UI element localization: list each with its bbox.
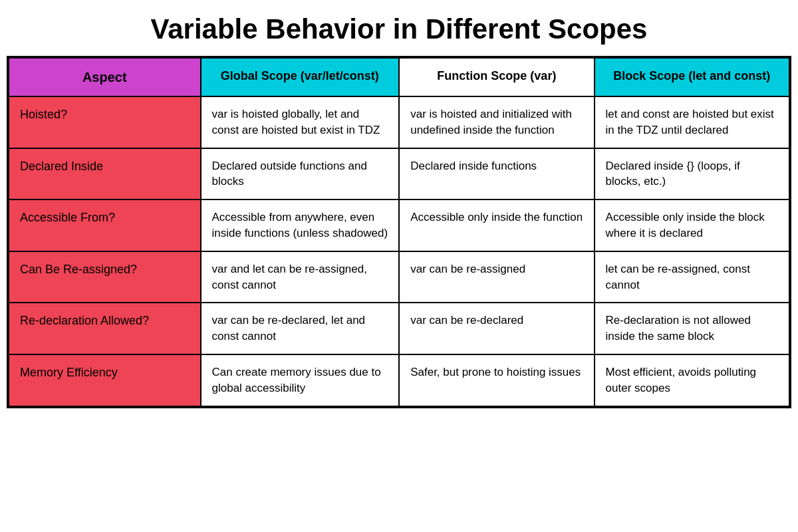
aspect-cell: Memory Efficiency <box>9 354 201 406</box>
global-cell: Can create memory issues due to global a… <box>201 354 400 406</box>
table-row: Declared InsideDeclared outside function… <box>9 148 789 200</box>
function-cell: Accessible only inside the function <box>399 200 594 251</box>
global-cell: Accessible from anywhere, even inside fu… <box>201 200 400 251</box>
block-cell: let and const are hoisted but exist in t… <box>595 96 789 148</box>
header-block: Block Scope (let and const) <box>595 58 789 96</box>
header-global: Global Scope (var/let/const) <box>201 58 400 96</box>
aspect-cell: Re-declaration Allowed? <box>9 303 201 354</box>
function-cell: var can be re-declared <box>399 303 594 354</box>
function-cell: Safer, but prone to hoisting issues <box>399 354 594 406</box>
header-aspect: Aspect <box>9 58 201 96</box>
table-row: Re-declaration Allowed?var can be re-dec… <box>9 303 789 354</box>
function-cell: var is hoisted and initialized with unde… <box>399 96 594 148</box>
aspect-cell: Can Be Re-assigned? <box>9 251 201 303</box>
block-cell: Re-declaration is not allowed inside the… <box>595 303 789 354</box>
function-cell: var can be re-assigned <box>399 251 594 303</box>
header-row: Aspect Global Scope (var/let/const) Func… <box>9 58 789 96</box>
table-wrapper: Aspect Global Scope (var/let/const) Func… <box>7 56 791 408</box>
global-cell: Declared outside functions and blocks <box>201 148 400 200</box>
global-cell: var can be re-declared, let and const ca… <box>201 303 400 354</box>
table-row: Memory EfficiencyCan create memory issue… <box>9 354 789 406</box>
block-cell: Most efficient, avoids polluting outer s… <box>595 354 789 406</box>
block-cell: Accessible only inside the block where i… <box>595 200 789 251</box>
table-row: Hoisted?var is hoisted globally, let and… <box>9 96 789 148</box>
block-cell: let can be re-assigned, const cannot <box>595 251 789 303</box>
function-cell: Declared inside functions <box>399 148 594 200</box>
aspect-cell: Declared Inside <box>9 148 201 200</box>
page-container: Variable Behavior in Different Scopes As… <box>0 0 798 408</box>
global-cell: var and let can be re-assigned, const ca… <box>201 251 400 303</box>
global-cell: var is hoisted globally, let and const a… <box>201 96 400 148</box>
table-row: Can Be Re-assigned?var and let can be re… <box>9 251 789 303</box>
table-body: Hoisted?var is hoisted globally, let and… <box>9 96 789 406</box>
comparison-table: Aspect Global Scope (var/let/const) Func… <box>8 57 790 407</box>
aspect-cell: Accessible From? <box>9 200 201 251</box>
table-row: Accessible From?Accessible from anywhere… <box>9 200 789 251</box>
header-function: Function Scope (var) <box>399 58 594 96</box>
block-cell: Declared inside {} (loops, if blocks, et… <box>595 148 789 200</box>
aspect-cell: Hoisted? <box>9 96 201 148</box>
page-title: Variable Behavior in Different Scopes <box>7 7 791 56</box>
